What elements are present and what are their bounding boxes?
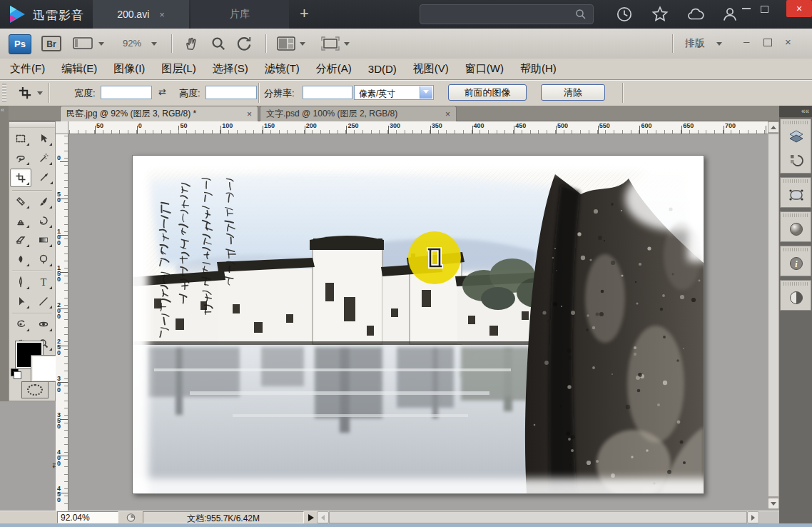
favorites-icon[interactable] [651, 5, 669, 24]
document-tab-close-icon[interactable]: × [247, 109, 252, 119]
eraser-tool[interactable] [11, 231, 31, 249]
player-search-box[interactable] [420, 4, 594, 24]
3d-rotate-tool[interactable] [11, 316, 31, 333]
menu-view[interactable]: 视图(V) [413, 62, 449, 76]
tool-preset-caret-icon[interactable] [37, 91, 43, 95]
menu-layer[interactable]: 图层(L) [161, 62, 196, 76]
3d-orbit-tool[interactable] [34, 316, 54, 333]
height-input[interactable] [205, 86, 257, 99]
ps-maximize-button[interactable] [763, 39, 772, 46]
resolution-input[interactable] [303, 86, 352, 99]
vscroll-down-button[interactable] [768, 498, 779, 509]
ruler-origin-corner[interactable] [56, 121, 68, 134]
ps-minimize-button[interactable]: – [744, 36, 749, 47]
hscroll-right-button[interactable] [747, 511, 759, 523]
front-image-button[interactable]: 前面的图像 [448, 84, 527, 101]
menu-analysis[interactable]: 分析(A) [316, 62, 352, 76]
eyedropper-tool[interactable] [34, 169, 54, 186]
menu-image[interactable]: 图像(I) [113, 62, 145, 76]
crop-tool-icon[interactable] [17, 86, 33, 100]
menu-help[interactable]: 帮助(H) [520, 62, 557, 76]
pen-tool[interactable] [11, 273, 31, 291]
tools-panel-grip[interactable] [9, 122, 55, 128]
hand-icon[interactable] [183, 35, 200, 52]
user-icon[interactable] [721, 5, 739, 24]
clear-button[interactable]: 清除 [541, 84, 605, 101]
3d-panel-button[interactable] [781, 217, 812, 241]
options-grip[interactable] [2, 84, 6, 102]
vscroll-up-button[interactable] [768, 121, 779, 133]
select-chevron-icon[interactable] [420, 86, 432, 99]
ruler-h-label: 700 [725, 122, 736, 129]
dodge-tool[interactable] [34, 251, 54, 268]
arrange-documents-icon[interactable] [277, 36, 295, 51]
layers-panel-button[interactable] [781, 124, 812, 149]
zoom-level-value[interactable]: 92% [123, 38, 141, 49]
workspace-caret-icon[interactable] [716, 42, 722, 46]
path-selection-tool[interactable] [11, 293, 31, 310]
document-tab-0[interactable]: 民窑.jpg @ 92% (图层 3, RGB/8) *× [60, 106, 258, 121]
quick-mask-button[interactable] [21, 381, 49, 398]
swap-dimensions-icon[interactable]: ⇄ [158, 86, 166, 97]
width-input[interactable] [101, 86, 152, 99]
cloud-icon[interactable] [686, 5, 705, 24]
player-close-button[interactable]: × [786, 0, 812, 17]
rotate-view-icon[interactable] [235, 35, 253, 52]
quick-selection-tool[interactable] [34, 149, 54, 166]
document-canvas[interactable] [132, 155, 704, 494]
ps-close-button[interactable]: × [785, 36, 791, 48]
search-icon[interactable] [574, 8, 587, 21]
arrange-documents-caret-icon[interactable] [300, 42, 305, 46]
menu-file[interactable]: 文件(F) [10, 62, 45, 76]
line-tool[interactable] [34, 293, 54, 310]
vscroll-thumb[interactable] [768, 134, 779, 497]
bridge-button[interactable]: Br [41, 36, 61, 51]
resolution-unit-select[interactable]: 像素/英寸 [354, 85, 434, 100]
lasso-tool[interactable] [11, 149, 31, 166]
zoom-level-caret-icon[interactable] [151, 42, 157, 46]
menu-window[interactable]: 窗口(W) [465, 62, 504, 76]
player-tab-video[interactable]: 200.avi × [93, 0, 189, 29]
status-zoom-field[interactable]: 92.04% [57, 511, 118, 523]
zoom-icon[interactable] [210, 35, 227, 52]
hscroll-left-button[interactable] [317, 511, 329, 523]
type-tool[interactable]: T [34, 273, 54, 291]
player-tab-close-icon[interactable]: × [159, 9, 165, 20]
screen-mode-caret-icon[interactable] [344, 42, 350, 46]
view-extras-icon[interactable] [73, 36, 94, 51]
menu-edit[interactable]: 编辑(E) [61, 62, 97, 76]
spot-healing-tool[interactable] [11, 193, 31, 210]
status-popup-arrow-icon[interactable] [308, 514, 314, 521]
new-tab-button[interactable]: + [300, 5, 309, 22]
menu-filter[interactable]: 滤镜(T) [265, 62, 300, 76]
rectangular-marquee-tool[interactable] [11, 130, 31, 147]
brush-tool[interactable] [34, 193, 54, 210]
hscroll-thumb[interactable] [329, 511, 747, 523]
crop-tool[interactable] [10, 169, 31, 187]
view-extras-caret-icon[interactable] [98, 42, 104, 46]
smudge-tool[interactable] [11, 251, 31, 268]
menu-3d[interactable]: 3D(D) [368, 63, 397, 75]
search-input[interactable] [426, 7, 572, 23]
screen-mode-icon[interactable] [321, 36, 340, 51]
clone-stamp-tool[interactable] [11, 212, 31, 229]
history-icon[interactable] [615, 5, 634, 24]
player-minimize-button[interactable] [742, 8, 751, 9]
menu-select[interactable]: 选择(S) [213, 62, 248, 76]
info-panel-button[interactable]: i [781, 251, 812, 276]
document-tab-close-icon[interactable]: × [445, 109, 450, 119]
history-panel-button[interactable] [781, 149, 812, 173]
adjustments-panel-button[interactable] [781, 286, 812, 310]
workspace-switcher[interactable]: 排版 [685, 37, 705, 50]
document-tab-1[interactable]: 文字.psd @ 100% (图层 2, RGB/8)× [260, 106, 457, 121]
masks-panel-button[interactable] [781, 183, 812, 207]
default-colors-icon[interactable] [11, 368, 21, 378]
move-tool[interactable] [34, 130, 54, 147]
player-maximize-button[interactable] [761, 6, 768, 13]
expand-panels-icon[interactable]: «« [779, 106, 812, 117]
player-tab-library[interactable]: 片库 [191, 0, 289, 29]
history-brush-tool[interactable] [34, 212, 54, 229]
background-color-swatch[interactable] [31, 356, 57, 381]
gradient-tool[interactable] [34, 231, 54, 249]
collapse-tools-icon[interactable]: « [1, 106, 4, 114]
